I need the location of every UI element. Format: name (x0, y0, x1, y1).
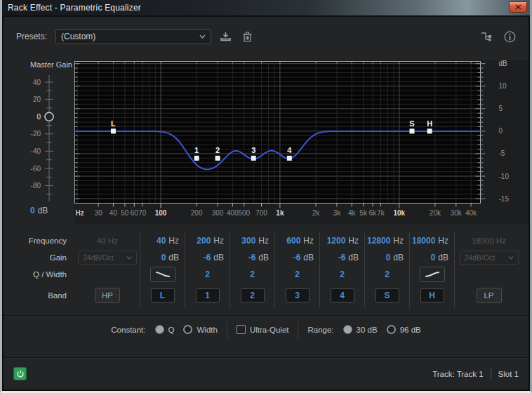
band-h-shelf-button[interactable] (420, 267, 445, 282)
band-4-q[interactable]: 2 (340, 269, 345, 279)
svg-text:400: 400 (227, 209, 239, 217)
eq-graph-canvas[interactable]: L1234SH30405060701002003004005007001k2k3… (74, 60, 526, 221)
svg-text:300: 300 (212, 209, 224, 217)
band-1-frequency[interactable]: 200 (197, 236, 211, 246)
info-button[interactable] (501, 29, 519, 44)
svg-text:0: 0 (499, 127, 503, 135)
band-l-gain[interactable]: 0 (161, 253, 166, 262)
hp-toggle-button[interactable]: HP (95, 288, 120, 303)
svg-text:200: 200 (191, 209, 203, 217)
band-column-l: 40Hz 0dB L (140, 232, 185, 308)
range-30db-radio[interactable]: 30 dB (343, 325, 378, 334)
svg-text:1k: 1k (276, 209, 284, 217)
band-column-1: 200Hz -6dB 2 1 (185, 232, 230, 308)
rack-routing-icon (480, 31, 493, 42)
band-2-q[interactable]: 2 (250, 269, 255, 279)
band-row-label: Band (9, 283, 75, 308)
svg-text:1: 1 (194, 146, 199, 154)
svg-text:-80: -80 (31, 182, 41, 189)
presets-dropdown[interactable]: (Custom) (55, 29, 211, 44)
delete-preset-button[interactable] (240, 30, 255, 44)
svg-text:-15: -15 (499, 195, 510, 203)
svg-text:30k: 30k (451, 209, 463, 217)
svg-text:50: 50 (121, 209, 129, 217)
band-3-gain[interactable]: -6 (293, 253, 301, 262)
svg-text:2k: 2k (312, 209, 321, 217)
band-column-s: 12800Hz 0dB 2 S (364, 232, 409, 308)
svg-text:4k: 4k (348, 209, 357, 217)
band-h-frequency[interactable]: 18000 (412, 236, 435, 246)
band-h-toggle-button[interactable]: H (420, 288, 444, 302)
band-h-gain[interactable]: 0 (431, 253, 436, 262)
band-column-4: 1200Hz -6dB 2 4 (319, 232, 364, 308)
svg-text:10k: 10k (393, 209, 405, 217)
svg-text:500: 500 (238, 209, 250, 217)
band-1-toggle-button[interactable]: 1 (196, 288, 220, 302)
range-96db-radio[interactable]: 96 dB (387, 325, 421, 334)
svg-text:5: 5 (499, 105, 503, 112)
band-column-h: 18000Hz 0dB H (409, 232, 454, 308)
close-button[interactable] (509, 1, 527, 13)
master-gain-slider[interactable]: 40200-20-40-60-80 (9, 71, 74, 206)
band-column-3: 600Hz -6dB 2 3 (274, 232, 319, 308)
chevron-down-icon (126, 256, 132, 260)
svg-text:20: 20 (33, 95, 41, 103)
band-3-frequency[interactable]: 600 (286, 236, 300, 246)
svg-text:0: 0 (36, 113, 41, 121)
band-s-gain[interactable]: 0 (386, 253, 391, 262)
band-1-gain[interactable]: -6 (204, 253, 211, 262)
eq-graph: L1234SH30405060701002003004005007001k2k3… (74, 60, 528, 224)
close-icon (515, 4, 521, 10)
low-shelf-icon (154, 269, 172, 279)
radio-selected-icon (155, 325, 164, 334)
band-2-frequency[interactable]: 300 (241, 236, 255, 246)
band-s-q[interactable]: 2 (385, 269, 390, 279)
hp-slope-dropdown[interactable]: 24dB/Oct (78, 251, 137, 265)
band-2-gain[interactable]: -6 (248, 253, 256, 262)
radio-unselected-icon (387, 325, 396, 334)
band-3-toggle-button[interactable]: 3 (286, 288, 310, 302)
titlebar[interactable]: Rack Effect - Parametric Equalizer (2, 0, 530, 15)
track-label: Track: Track 1 (432, 370, 483, 378)
band-4-frequency[interactable]: 1200 (327, 236, 346, 246)
svg-text:5k: 5k (359, 209, 368, 217)
lp-frequency: 18000 Hz (472, 237, 506, 245)
slot-label: Slot 1 (498, 370, 519, 378)
svg-text:4: 4 (287, 146, 292, 154)
band-l-frequency[interactable]: 40 (157, 236, 166, 246)
svg-text:40k: 40k (465, 209, 477, 217)
svg-text:30: 30 (95, 209, 103, 217)
master-gain-label: Master Gain (9, 60, 74, 71)
band-4-gain[interactable]: -6 (338, 253, 346, 262)
dialog-body: Presets: (Custom) (2, 15, 530, 391)
constant-width-radio[interactable]: Width (183, 325, 217, 334)
band-2-toggle-button[interactable]: 2 (241, 288, 265, 302)
band-column-2: 300Hz -6dB 2 2 (230, 232, 274, 308)
save-preset-button[interactable] (217, 30, 234, 44)
band-4-toggle-button[interactable]: 4 (331, 288, 354, 302)
radio-selected-icon (343, 325, 352, 334)
presets-label: Presets: (16, 32, 47, 41)
effect-rack-routing-button[interactable] (477, 29, 496, 44)
master-gain-value[interactable]: 0 (30, 206, 35, 215)
band-l-shelf-button[interactable] (150, 267, 175, 282)
lp-toggle-button[interactable]: LP (477, 288, 502, 303)
footer-right: Track: Track 1 Slot 1 (432, 368, 519, 380)
band-l-toggle-button[interactable]: L (151, 288, 175, 302)
svg-text:70: 70 (138, 209, 147, 217)
master-gain-readout[interactable]: 0dB (9, 206, 74, 218)
effect-window: Rack Effect - Parametric Equalizer Prese… (0, 0, 532, 393)
band-1-q[interactable]: 2 (205, 269, 210, 279)
svg-text:-20: -20 (31, 130, 41, 138)
band-s-frequency[interactable]: 12800 (367, 236, 390, 246)
band-3-q[interactable]: 2 (295, 269, 300, 279)
svg-text:-40: -40 (31, 147, 41, 155)
info-icon (504, 31, 516, 43)
lp-slope-dropdown[interactable]: 24dB/Oct (460, 251, 519, 265)
svg-text:6k: 6k (369, 209, 378, 217)
hp-frequency: 40 Hz (97, 237, 118, 245)
band-s-toggle-button[interactable]: S (375, 288, 399, 302)
ultra-quiet-checkbox[interactable]: Ultra-Quiet (237, 325, 289, 334)
effect-power-toggle[interactable] (13, 367, 27, 380)
constant-q-radio[interactable]: Q (155, 325, 175, 334)
